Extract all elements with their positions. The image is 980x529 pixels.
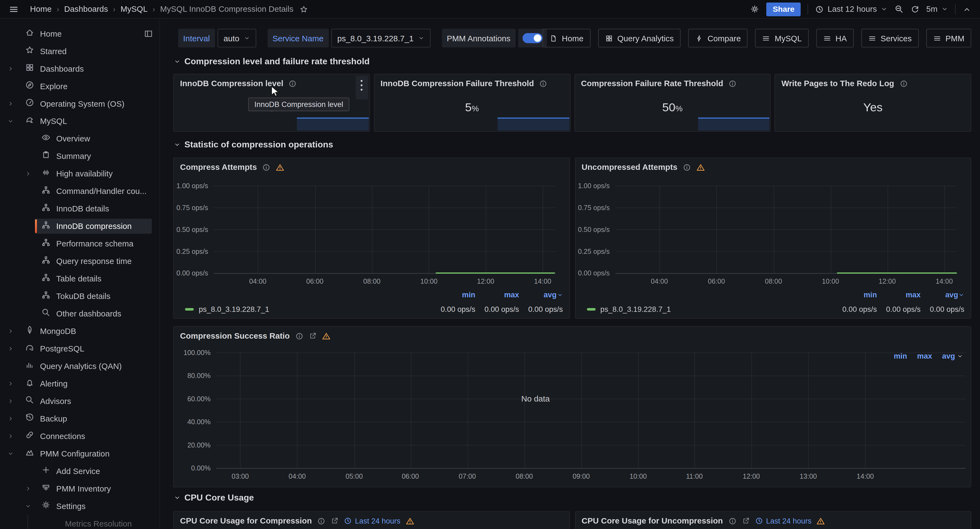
zoom-out-icon[interactable] (894, 5, 904, 14)
section-cpu-core-usage[interactable]: CPU Core Usage (174, 492, 254, 502)
sidebar-item-dashboards[interactable]: Dashboards (0, 60, 159, 78)
sidebar-item-mongodb[interactable]: MongoDB (0, 322, 159, 340)
sidebar-item-add-service[interactable]: Add Service (0, 462, 159, 480)
collapse-topbar-icon[interactable] (963, 5, 971, 13)
breadcrumb-item[interactable]: Dashboards (64, 5, 108, 14)
sidebar-item-backup[interactable]: Backup (0, 410, 159, 427)
warning-icon[interactable] (322, 332, 331, 340)
breadcrumb-item[interactable]: MySQL (120, 5, 148, 14)
sidebar-item-high-availability[interactable]: High availability (0, 165, 159, 183)
legend-calc-avg[interactable]: avg (519, 291, 563, 299)
sidebar-item-postgresql[interactable]: PostgreSQL (0, 340, 159, 357)
legend-calc-min[interactable]: min (431, 291, 475, 299)
sidebar-item-starred[interactable]: Starred (0, 42, 159, 60)
sidebar-item-command-handler-cou[interactable]: Command/Handler cou... (0, 183, 159, 200)
legend-calc-avg[interactable]: avg (942, 352, 963, 361)
panel-title[interactable]: InnoDB Compression Failure Threshold (380, 79, 534, 88)
panel-title[interactable]: Uncompressed Attempts (582, 162, 678, 172)
external-link-icon[interactable] (742, 517, 750, 525)
info-icon[interactable] (262, 163, 270, 172)
sidebar-item-pmm-configuration[interactable]: PMM Configuration (0, 445, 159, 462)
chevron-right-icon[interactable] (7, 396, 14, 407)
chart-panel-uncompressed-attempts[interactable]: Uncompressed Attempts1.00 ops/s0.75 ops/… (575, 157, 972, 319)
legend-calc-min[interactable]: min (894, 352, 907, 361)
chevron-right-icon[interactable] (7, 98, 14, 110)
legend-calc-max[interactable]: max (917, 352, 932, 361)
chevron-right-icon[interactable] (25, 168, 31, 180)
legend-series-name[interactable]: ps_8.0_3.19.228.7_1 (600, 305, 671, 314)
sidebar-item-table-details[interactable]: Table details (0, 270, 159, 288)
stat-panel-3[interactable]: Compression Failure Rate Threshold50% (574, 74, 771, 132)
dashboard-settings-icon[interactable] (750, 5, 759, 14)
chevron-right-icon[interactable] (7, 326, 14, 337)
info-icon[interactable] (728, 516, 737, 525)
sidebar-item-settings[interactable]: Settings (0, 497, 159, 515)
breadcrumb-item[interactable]: Home (30, 5, 52, 14)
nav-button-query-analytics[interactable]: Query Analytics (598, 29, 681, 48)
share-button[interactable]: Share (767, 2, 801, 16)
sidebar-item-mysql[interactable]: MySQL (0, 113, 159, 130)
chevron-right-icon[interactable] (7, 63, 14, 75)
legend-calc-max[interactable]: max (475, 291, 519, 299)
sidebar-item-pmm-inventory[interactable]: PMM Inventory (0, 480, 159, 497)
legend-calc-avg[interactable]: avg (921, 291, 964, 299)
sidebar-item-connections[interactable]: Connections (0, 427, 159, 445)
chart-plot-area[interactable]: 1.00 ops/s0.75 ops/s0.50 ops/s0.25 ops/s… (615, 186, 957, 273)
panel-time-range-override[interactable]: Last 24 hours (755, 516, 811, 525)
info-icon[interactable] (317, 516, 326, 525)
sidebar-item-tokudb-details[interactable]: TokuDB details (0, 288, 159, 305)
nav-button-compare[interactable]: Compare (688, 29, 748, 48)
warning-icon[interactable] (406, 516, 414, 525)
sidebar-item-summary[interactable]: Summary (0, 148, 159, 165)
dock-sidebar-icon[interactable] (144, 29, 153, 38)
sidebar-item-home[interactable]: Home (0, 25, 159, 42)
warning-icon[interactable] (696, 163, 705, 172)
legend-calc-min[interactable]: min (833, 291, 877, 299)
chart-panel-compression-success-ratio[interactable]: Compression Success Ratio100.00%80.00%60… (173, 326, 971, 488)
sidebar-item-advisors[interactable]: Advisors (0, 392, 159, 410)
chevron-right-icon[interactable] (7, 431, 14, 442)
panel-title[interactable]: InnoDB Compression level (180, 79, 283, 88)
chart-panel-cpu-core-usage-for-uncompression[interactable]: CPU Core Usage for UncompressionLast 24 … (575, 511, 972, 529)
hamburger-menu-icon[interactable] (9, 4, 19, 14)
chevron-down-icon[interactable] (7, 116, 14, 127)
info-icon[interactable] (539, 79, 548, 88)
chevron-right-icon[interactable] (7, 378, 14, 389)
refresh-icon[interactable] (910, 5, 919, 13)
warning-icon[interactable] (816, 516, 825, 525)
chevron-right-icon[interactable] (25, 483, 31, 494)
nav-button-ha[interactable]: HA (816, 29, 854, 48)
refresh-interval-picker[interactable]: 5m (926, 5, 948, 14)
panel-title[interactable]: Compression Failure Rate Threshold (581, 79, 723, 88)
panel-title[interactable]: CPU Core Usage for Uncompression (582, 516, 723, 526)
chart-panel-cpu-core-usage-for-compression[interactable]: CPU Core Usage for CompressionLast 24 ho… (173, 511, 570, 529)
sidebar-item-metrics-resolution[interactable]: Metrics Resolution (0, 515, 159, 529)
favorite-star-icon[interactable] (299, 5, 308, 13)
sidebar-item-operating-system-os[interactable]: Operating System (OS) (0, 95, 159, 113)
stat-panel-4[interactable]: Write Pages to The Redo LogYes (775, 74, 971, 132)
sidebar-item-innodb-compression[interactable]: InnoDB compression (0, 218, 159, 235)
nav-button-pmm[interactable]: PMM (926, 29, 971, 48)
info-icon[interactable] (682, 163, 691, 172)
info-icon[interactable] (728, 79, 737, 88)
service-name-select[interactable]: ps_8.0_3.19.228.7_1 (331, 29, 431, 48)
info-icon[interactable] (295, 332, 304, 340)
section-compression-stats[interactable]: Statistic of compression operations (174, 139, 333, 149)
panel-title[interactable]: Write Pages to The Redo Log (781, 79, 894, 88)
panel-menu-button[interactable] (355, 76, 368, 99)
chevron-right-icon[interactable] (7, 413, 14, 424)
chevron-down-icon[interactable] (25, 500, 31, 512)
legend-series-name[interactable]: ps_8.0_3.19.228.7_1 (199, 305, 269, 314)
sidebar-item-overview[interactable]: Overview (0, 130, 159, 148)
panel-title[interactable]: CPU Core Usage for Compression (180, 516, 312, 526)
stat-panel-2[interactable]: InnoDB Compression Failure Threshold5% (374, 74, 570, 132)
nav-button-services[interactable]: Services (861, 29, 919, 48)
sidebar-item-performance-schema[interactable]: Performance schema (0, 235, 159, 253)
sidebar-item-innodb-details[interactable]: InnoDB details (0, 200, 159, 218)
sidebar-item-query-analytics-qan[interactable]: Query Analytics (QAN) (0, 357, 159, 375)
nav-button-mysql[interactable]: MySQL (756, 29, 809, 48)
sidebar-item-explore[interactable]: Explore (0, 78, 159, 95)
panel-title[interactable]: Compress Attempts (180, 162, 257, 172)
chart-plot-area[interactable]: 100.00%80.00%60.00%40.00%20.00%0.00%03:0… (216, 352, 966, 468)
chevron-down-icon[interactable] (7, 448, 14, 459)
